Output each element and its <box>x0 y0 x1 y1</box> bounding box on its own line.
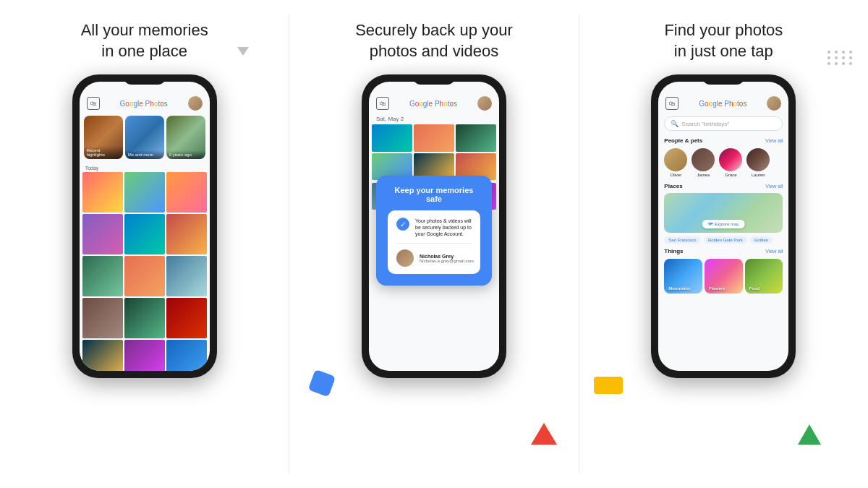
people-section-header: People & pets View all <box>658 135 788 146</box>
google-photos-logo-3: Google Photos <box>699 100 746 108</box>
decorative-arrow <box>237 47 249 56</box>
phone1-content: 🛍 Google Photos Recent highlights Me and… <box>80 82 210 371</box>
photo-cell <box>124 298 165 338</box>
decorative-red-triangle <box>531 423 557 445</box>
highlight-card-1: Recent highlights <box>84 116 123 159</box>
things-grid: Mountains Flowers Food <box>658 257 788 294</box>
places-view-all[interactable]: View all <box>765 184 783 189</box>
person-avatar-james <box>692 148 715 171</box>
search-bar[interactable]: 🔍 Search "birthdays" <box>664 116 783 131</box>
google-photos-logo-2: Google Photos <box>409 100 457 108</box>
person-avatar-lauren <box>746 148 770 171</box>
phone-3: 🛍 Google Photos 🔍 Search "birthdays" Peo… <box>651 74 796 378</box>
backup-body-text: Your photos & videos will be securely ba… <box>415 218 472 237</box>
user-avatar-2 <box>477 96 492 111</box>
thing-card-food: Food <box>745 259 783 294</box>
photo-cell <box>166 256 207 296</box>
decorative-green-triangle <box>798 424 821 445</box>
backup-user-info: Nicholas Grey Nicholas.e.grey@gmail.com <box>420 254 474 263</box>
photo-cell <box>124 214 165 254</box>
chip-sf[interactable]: San Francisco <box>664 236 700 244</box>
people-section-title: People & pets <box>664 137 702 144</box>
things-view-all[interactable]: View all <box>765 249 783 254</box>
explore-map-button[interactable]: 🗺 Explore map <box>702 220 745 228</box>
shopping-icon: 🛍 <box>87 97 100 110</box>
phone1-notch <box>123 74 166 85</box>
photo-cell <box>166 298 207 338</box>
person-name-james: James <box>697 173 710 177</box>
today-label: Today <box>80 164 210 172</box>
backup-user-email: Nicholas.e.grey@gmail.com <box>420 259 474 263</box>
shopping-icon-2: 🛍 <box>376 97 389 110</box>
backup-user-avatar <box>396 249 414 267</box>
phone3-header: 🛍 Google Photos <box>658 93 788 114</box>
phone2-screen: 🛍 Google Photos Sat, May 2 Keep <box>369 82 499 371</box>
panel-backup: Securely back up your photos and videos … <box>289 0 578 488</box>
highlight-card-2: Me and mom <box>125 116 164 159</box>
panel-search: Find your photos in just one tap 🛍 Googl… <box>579 0 868 488</box>
people-view-all[interactable]: View all <box>765 138 783 143</box>
chip-ggp[interactable]: Golden Gate Park <box>704 236 747 244</box>
location-chips: San Francisco Golden Gate Park Golden <box>658 234 788 246</box>
panel-memories: All your memories in one place 🛍 Google … <box>0 0 289 488</box>
phone2-header: 🛍 Google Photos <box>369 93 499 114</box>
people-row: Oliver James Grace Lauren <box>658 146 788 181</box>
map-container: 🗺 Explore map <box>664 193 783 233</box>
check-icon: ✓ <box>396 218 409 231</box>
highlights-row: Recent highlights Me and mom 2 years ago <box>80 114 210 161</box>
photo-cell <box>124 340 165 371</box>
panel1-title: All your memories in one place <box>81 20 208 61</box>
phone3-notch <box>702 74 745 85</box>
backup-user-name: Nicholas Grey <box>420 254 474 259</box>
photo-cell <box>166 214 207 254</box>
phone1-header: 🛍 Google Photos <box>80 93 210 114</box>
google-photos-logo-1: Google Photos <box>120 100 168 108</box>
user-avatar-1 <box>188 96 203 111</box>
decorative-dots <box>827 51 854 65</box>
shopping-icon-3: 🛍 <box>665 97 678 110</box>
thing-label-mountains: Mountains <box>668 286 690 291</box>
photo-cell <box>82 214 123 254</box>
backup-user-row: Nicholas Grey Nicholas.e.grey@gmail.com <box>396 243 472 267</box>
photo-cell <box>82 172 123 213</box>
decorative-yellow-rect <box>594 377 623 394</box>
thing-label-food: Food <box>749 286 760 291</box>
panel3-title: Find your photos in just one tap <box>664 20 783 61</box>
things-section-header: Things View all <box>658 246 788 257</box>
photo-cell <box>166 172 207 213</box>
phone1-screen: 🛍 Google Photos Recent highlights Me and… <box>80 82 210 371</box>
photo-cell <box>166 340 207 371</box>
person-name-oliver: Oliver <box>670 173 681 177</box>
photo-cell <box>456 124 496 151</box>
photo-cell <box>82 256 123 296</box>
thing-card-flowers: Flowers <box>705 259 743 294</box>
backup-check-row: ✓ Your photos & videos will be securely … <box>396 218 472 237</box>
backup-modal-title: Keep your memories safe <box>388 186 480 203</box>
phone2-notch <box>412 74 456 85</box>
panel2-title: Securely back up your photos and videos <box>355 20 513 61</box>
things-section-title: Things <box>664 248 683 254</box>
phone3-content: 🛍 Google Photos 🔍 Search "birthdays" Peo… <box>658 82 788 371</box>
map-icon: 🗺 <box>708 222 712 226</box>
phone2-content: 🛍 Google Photos Sat, May 2 Keep <box>369 82 499 371</box>
places-section-header: Places View all <box>658 181 788 192</box>
person-avatar-oliver <box>664 148 687 171</box>
backup-modal: Keep your memories safe ✓ Your photos & … <box>376 176 492 286</box>
chip-golden[interactable]: Golden <box>750 236 773 244</box>
phone-1: 🛍 Google Photos Recent highlights Me and… <box>72 74 217 378</box>
person-james: James <box>692 148 715 177</box>
backup-card: ✓ Your photos & videos will be securely … <box>388 210 480 274</box>
person-oliver: Oliver <box>664 148 687 177</box>
photo-cell <box>414 124 454 151</box>
date-label: Sat, May 2 <box>369 114 499 124</box>
thing-label-flowers: Flowers <box>709 286 726 291</box>
phone-2: 🛍 Google Photos Sat, May 2 Keep <box>362 74 506 378</box>
person-lauren: Lauren <box>746 148 770 177</box>
person-name-grace: Grace <box>725 173 736 177</box>
photo-cell <box>124 256 165 296</box>
decorative-blue-square <box>308 369 336 397</box>
phone3-screen: 🛍 Google Photos 🔍 Search "birthdays" Peo… <box>658 82 788 371</box>
photo-cell <box>124 172 165 213</box>
places-section-title: Places <box>664 183 682 189</box>
person-grace: Grace <box>719 148 742 177</box>
